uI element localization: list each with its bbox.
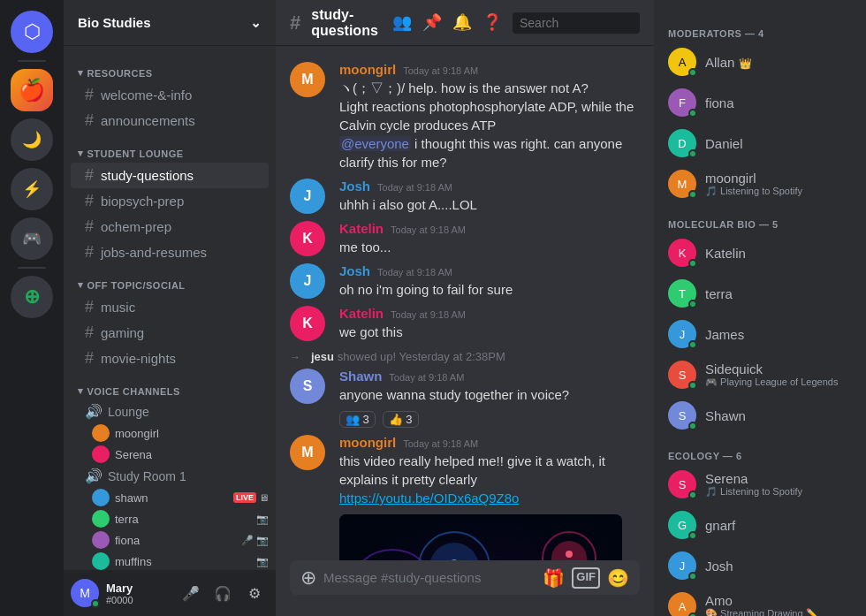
message-time: Today at 9:18 AM xyxy=(403,65,478,76)
current-user-name: Mary xyxy=(106,582,170,595)
member-sidequick[interactable]: S Sidequick 🎮 Playing League of Legends xyxy=(661,355,859,394)
search-input[interactable] xyxy=(513,12,640,34)
author-moongirl[interactable]: moongirl xyxy=(339,62,396,77)
channel-music[interactable]: # music xyxy=(71,294,269,320)
member-allan[interactable]: A Allan 👑 xyxy=(661,42,859,81)
chevron-down-icon: ⌄ xyxy=(250,15,262,31)
server-name[interactable]: Bio Studies ⌄ xyxy=(64,0,276,46)
voice-user-moongirl-lounge[interactable]: moongirl xyxy=(64,422,276,444)
server-divider-2 xyxy=(18,267,46,269)
system-message-join: → jesu showed up! Yesterday at 2:38PM xyxy=(276,346,654,367)
message-shawn-1: S Shawn Today at 9:18 AM anyone wanna st… xyxy=(276,367,654,430)
category-voice[interactable]: ▾ Voice Channels xyxy=(64,371,276,400)
ecology-category: ECOLOGY — 6 xyxy=(661,437,859,465)
channel-movie-nights[interactable]: # movie-nights xyxy=(71,346,269,371)
svg-point-16 xyxy=(566,551,573,558)
member-james[interactable]: J James xyxy=(661,315,859,354)
voice-user-terra[interactable]: terra 📷 xyxy=(64,508,276,529)
message-time: Today at 9:18 AM xyxy=(377,182,452,193)
message-katelin-1: K Katelin Today at 9:18 AM me too... xyxy=(276,219,654,258)
members-sidebar: MODERATORS — 4 A Allan 👑 F fiona D Danie… xyxy=(654,0,866,616)
message-moongirl-1: M moongirl Today at 9:18 AM ヽ(；▽；)/ help… xyxy=(276,60,654,173)
add-user-icon[interactable]: 👤 xyxy=(232,169,247,183)
author-shawn[interactable]: Shawn xyxy=(339,369,382,384)
channel-study-questions[interactable]: # study-questions 👤 ⚙ xyxy=(71,163,269,188)
server-3[interactable]: ⚡ xyxy=(11,168,53,210)
author-moongirl-2[interactable]: moongirl xyxy=(339,435,396,450)
channel-biopsych-prep[interactable]: # biopsych-prep xyxy=(71,188,269,214)
mute-button[interactable]: 🎤 xyxy=(177,579,205,607)
member-amo[interactable]: A Amo 🎨 Streaming Drawing ✏️ xyxy=(661,587,859,616)
member-josh[interactable]: J Josh xyxy=(661,546,859,585)
avatar-katelin-2: K xyxy=(290,306,325,341)
reaction-group[interactable]: 👥 3 xyxy=(339,411,376,428)
settings-icon[interactable]: ⚙ xyxy=(250,169,262,183)
server-divider xyxy=(18,60,46,62)
message-text: uhhh i also got A....LOL xyxy=(339,195,640,214)
message-text-2: Light reactions photophosphorylate ADP, … xyxy=(339,97,640,134)
category-off-topic[interactable]: ▾ Off Topic/Social xyxy=(64,265,276,294)
member-fiona[interactable]: F fiona xyxy=(661,83,859,122)
voice-lounge[interactable]: 🔊 Lounge xyxy=(71,400,269,422)
deafen-button[interactable]: 🎧 xyxy=(209,579,237,607)
voice-user-muffins[interactable]: muffins 📷 xyxy=(64,551,276,570)
channel-sidebar: Bio Studies ⌄ ▾ Resources # welcome-&-in… xyxy=(64,0,276,616)
message-time: Today at 9:18 AM xyxy=(403,438,478,449)
message-time: Today at 9:18 AM xyxy=(391,309,466,320)
molecular-bio-category: MOLECULAR BIO — 5 xyxy=(661,205,859,233)
voice-user-serena-lounge[interactable]: Serena xyxy=(64,444,276,465)
discover-servers[interactable]: ⊕ xyxy=(11,276,53,318)
message-text: me too... xyxy=(339,238,640,256)
home-button[interactable]: ⬡ xyxy=(11,11,53,53)
channel-welcome-info[interactable]: # welcome-&-info xyxy=(71,82,269,108)
emoji-icon[interactable]: 😊 xyxy=(607,567,629,589)
server-bar: ⬡ 🍎 🌙 ⚡ 🎮 ⊕ xyxy=(0,0,64,616)
video-embed[interactable]: ▶ xyxy=(339,514,622,560)
voice-user-shawn[interactable]: shawn LIVE 🖥 xyxy=(64,487,276,508)
video-link[interactable]: https://youtu.be/OIDx6aQ9Z8o xyxy=(339,489,640,507)
voice-study-room-1[interactable]: 🔊 Study Room 1 xyxy=(71,465,269,487)
member-moongirl[interactable]: M moongirl 🎵 Listening to Spotify xyxy=(661,164,859,203)
author-josh[interactable]: Josh xyxy=(339,179,370,194)
current-user-tag: #0000 xyxy=(106,595,170,605)
messages-area: M moongirl Today at 9:18 AM ヽ(；▽；)/ help… xyxy=(276,46,654,560)
message-time: Today at 9:18 AM xyxy=(389,372,464,383)
member-gnarf[interactable]: G gnarf xyxy=(661,506,859,544)
channel-announcements[interactable]: # announcements xyxy=(71,108,269,133)
author-katelin-2[interactable]: Katelin xyxy=(339,306,384,321)
server-2[interactable]: 🌙 xyxy=(11,118,53,161)
server-bio-studies[interactable]: 🍎 xyxy=(11,69,53,111)
channel-ochem-prep[interactable]: # ochem-prep xyxy=(71,214,269,240)
moderators-category: MODERATORS — 4 xyxy=(661,14,859,42)
add-attachment-button[interactable]: ⊕ xyxy=(300,567,316,589)
category-resources[interactable]: ▾ Resources xyxy=(64,53,276,82)
avatar-josh: J xyxy=(290,179,325,214)
channel-gaming[interactable]: # gaming xyxy=(71,320,269,346)
gif-icon[interactable]: GIF xyxy=(572,567,600,589)
member-serena[interactable]: S Serena 🎵 Listening to Spotify xyxy=(661,465,859,504)
message-text: oh no i'm going to fail for sure xyxy=(339,280,640,299)
members-icon[interactable]: 👥 xyxy=(392,12,412,34)
avatar-josh-2: J xyxy=(290,263,325,299)
gift-icon[interactable]: 🎁 xyxy=(543,567,565,589)
settings-button[interactable]: ⚙ xyxy=(240,579,269,607)
author-katelin[interactable]: Katelin xyxy=(339,221,384,236)
main-content: # study-questions 👥 📌 🔔 ❓ M moongirl Tod… xyxy=(276,0,654,616)
member-daniel[interactable]: D Daniel xyxy=(661,124,859,163)
pin-header-icon[interactable]: 📌 xyxy=(422,12,442,34)
category-student-lounge[interactable]: ▾ Student Lounge xyxy=(64,133,276,163)
message-input[interactable] xyxy=(323,560,536,595)
avatar-katelin: K xyxy=(290,221,325,256)
reaction-thumbs[interactable]: 👍 3 xyxy=(383,411,419,428)
voice-user-fiona[interactable]: fiona 🎤📷 xyxy=(64,529,276,551)
channel-hash-icon: # xyxy=(290,11,300,34)
server-4[interactable]: 🎮 xyxy=(11,217,53,260)
inbox-icon[interactable]: 🔔 xyxy=(452,12,472,34)
member-shawn[interactable]: S Shawn xyxy=(661,396,859,435)
help-icon[interactable]: ❓ xyxy=(482,12,502,34)
member-terra[interactable]: T terra xyxy=(661,274,859,313)
author-josh-2[interactable]: Josh xyxy=(339,263,370,278)
member-katelin[interactable]: K Katelin xyxy=(661,233,859,272)
current-user-avatar: M xyxy=(71,579,99,607)
channel-jobs-resumes[interactable]: # jobs-and-resumes xyxy=(71,240,269,265)
